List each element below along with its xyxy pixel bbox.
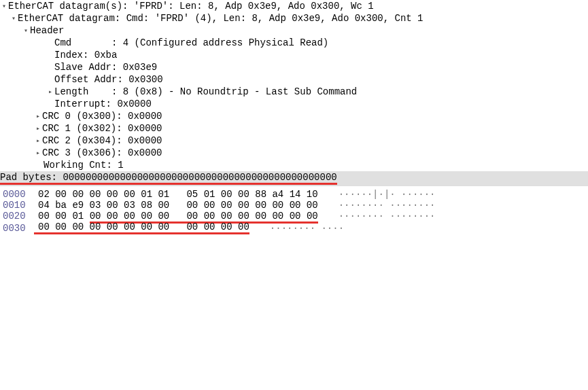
hex-row[interactable]: 0000 02 00 00 00 00 00 01 01 05 01 00 00… (0, 189, 588, 200)
tree-row-interrupt[interactable]: Interrupt: 0x0000 (0, 98, 588, 110)
chevron-right-icon[interactable] (34, 149, 42, 157)
chevron-right-icon[interactable] (34, 112, 42, 120)
hex-bytes: 04 ba e9 03 00 03 08 00 00 00 00 00 00 0… (34, 200, 318, 211)
tree-label: CRC 0 (0x300): 0x0000 (42, 111, 162, 122)
tree-label: Length : 8 (0x8) - No Roundtrip - Last S… (54, 86, 357, 97)
hex-row[interactable]: 0020 00 00 01 00 00 00 00 00 00 00 00 00… (0, 211, 588, 221)
tree-label: Working Cnt: 1 (44, 160, 124, 171)
hex-offset: 0000 (3, 189, 34, 200)
tree-label: Index: 0xba (54, 50, 117, 60)
tree-label: Slave Addr: 0x03e9 (54, 62, 157, 73)
tree-row-cmd[interactable]: Cmd : 4 (Configured address Physical Rea… (0, 37, 588, 49)
hex-row[interactable]: 0010 04 ba e9 03 00 03 08 00 00 00 00 00… (0, 200, 588, 211)
tree-row-header[interactable]: Header (0, 24, 588, 37)
tree-row-offset-addr[interactable]: Offset Addr: 0x0300 (0, 73, 588, 86)
tree-label: EtherCAT datagram: Cmd: 'FPRD' (4), Len:… (18, 13, 423, 24)
tree-row-crc3[interactable]: CRC 3 (0x306): 0x0000 (0, 147, 588, 159)
hex-ascii: ········ ········ (318, 211, 436, 221)
chevron-down-icon[interactable] (0, 2, 8, 10)
chevron-right-icon[interactable] (34, 124, 42, 132)
chevron-down-icon[interactable] (10, 14, 18, 22)
hex-row[interactable]: 0030 00 00 00 00 00 00 00 00 00 00 00 00… (0, 221, 588, 234)
hex-offset: 0020 (3, 211, 34, 221)
tree-row-pad-bytes[interactable]: Pad bytes: 00000000000000000000000000000… (0, 171, 588, 185)
tree-label: CRC 2 (0x304): 0x0000 (42, 135, 162, 146)
hex-offset: 0010 (3, 200, 34, 211)
hex-ascii: ······|·|· ······ (318, 189, 436, 200)
tree-row-crc0[interactable]: CRC 0 (0x300): 0x0000 (0, 110, 588, 122)
packet-tree: EtherCAT datagram(s): 'FPRD': Len: 8, Ad… (0, 0, 588, 185)
tree-label: Pad bytes: 00000000000000000000000000000… (0, 172, 337, 185)
tree-row-length[interactable]: Length : 8 (0x8) - No Roundtrip - Last S… (0, 86, 588, 98)
hex-dump-pane: 0000 02 00 00 00 00 00 01 01 05 01 00 00… (0, 188, 588, 236)
tree-label: Header (30, 25, 64, 36)
hex-ascii: ········ ···· (249, 223, 344, 234)
tree-label: Interrupt: 0x0000 (54, 99, 152, 109)
chevron-right-icon[interactable] (46, 88, 54, 96)
tree-row-crc2[interactable]: CRC 2 (0x304): 0x0000 (0, 135, 588, 147)
hex-ascii: ········ ········ (318, 200, 436, 211)
tree-row-ethercat-datagrams[interactable]: EtherCAT datagram(s): 'FPRD': Len: 8, Ad… (0, 0, 588, 12)
chevron-down-icon[interactable] (22, 26, 30, 35)
tree-row-working-cnt[interactable]: Working Cnt: 1 (0, 159, 588, 171)
hex-bytes: 00 00 00 00 00 00 00 00 00 00 00 00 (34, 221, 249, 234)
tree-row-crc1[interactable]: CRC 1 (0x302): 0x0000 (0, 122, 588, 135)
tree-label: CRC 1 (0x302): 0x0000 (42, 123, 162, 134)
tree-label: CRC 3 (0x306): 0x0000 (42, 147, 162, 158)
tree-row-index[interactable]: Index: 0xba (0, 49, 588, 61)
chevron-right-icon[interactable] (34, 137, 42, 145)
hex-bytes: 02 00 00 00 00 00 01 01 05 01 00 00 88 a… (34, 189, 318, 200)
hex-offset: 0030 (3, 223, 34, 234)
tree-label: Cmd : 4 (Configured address Physical Rea… (54, 37, 328, 48)
tree-label: Offset Addr: 0x0300 (54, 74, 163, 85)
tree-label: EtherCAT datagram(s): 'FPRD': Len: 8, Ad… (8, 1, 374, 12)
tree-row-slave-addr[interactable]: Slave Addr: 0x03e9 (0, 61, 588, 73)
hex-bytes: 00 00 01 00 00 00 00 00 00 00 00 00 00 0… (34, 211, 318, 221)
tree-row-ethercat-datagram[interactable]: EtherCAT datagram: Cmd: 'FPRD' (4), Len:… (0, 12, 588, 24)
